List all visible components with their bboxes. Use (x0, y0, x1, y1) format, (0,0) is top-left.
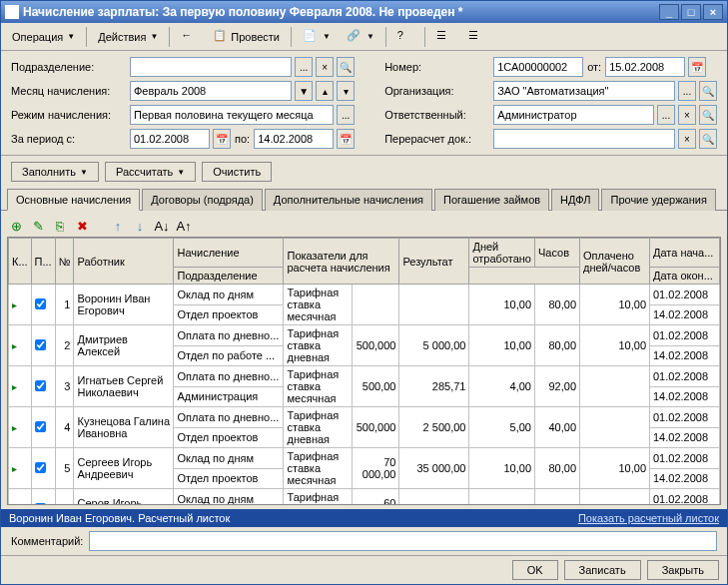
date-input[interactable]: 15.02.2008 (605, 57, 685, 77)
org-input[interactable]: ЗАО "Автоматизация" (493, 81, 675, 101)
arrow-left-icon: ← (181, 29, 197, 45)
dept-input[interactable] (130, 57, 292, 77)
period-to-input[interactable]: 14.02.2008 (254, 129, 334, 149)
info-text: Воронин Иван Егорович. Расчетный листок (9, 512, 230, 524)
number-label: Номер: (384, 61, 489, 73)
resp-input[interactable]: Администратор (493, 105, 654, 125)
row-checkbox[interactable] (35, 462, 46, 473)
dept-search[interactable]: 🔍 (337, 57, 355, 77)
month-up[interactable]: ▴ (316, 81, 334, 101)
move-down-icon[interactable]: ↓ (131, 217, 149, 235)
row-checkbox[interactable] (35, 503, 46, 506)
row-checkbox[interactable] (35, 339, 46, 350)
col-k[interactable]: К... (9, 239, 32, 285)
move-up-icon[interactable]: ↑ (109, 217, 127, 235)
dept-ellipsis[interactable]: ... (295, 57, 313, 77)
doc-icon: 📄 (303, 29, 319, 45)
tab-3[interactable]: Погашение займов (434, 189, 549, 211)
row-checkbox[interactable] (35, 298, 46, 309)
mode-ellipsis[interactable]: ... (337, 105, 355, 125)
post-button[interactable]: 📋Провести (206, 26, 287, 48)
dept-clear[interactable]: × (316, 57, 334, 77)
clear-button[interactable]: Очистить (202, 162, 272, 182)
write-button[interactable]: Записать (564, 560, 641, 580)
org-label: Организация: (384, 85, 489, 97)
period-label: За период с: (11, 133, 126, 145)
row-checkbox[interactable] (35, 380, 46, 391)
col-hours[interactable]: Часов (535, 239, 580, 268)
table-row[interactable]: ▸ 3 Игнатьев Сергей Николаевич Оплата по… (9, 366, 720, 387)
delete-row-icon[interactable]: ✖ (73, 217, 91, 235)
month-input[interactable]: Февраль 2008 (130, 81, 292, 101)
actions-menu[interactable]: Действия▼ (91, 28, 165, 46)
col-p[interactable]: П... (31, 239, 55, 285)
table-row[interactable]: ▸ 5 Сергеев Игорь Андреевич Оклад по дня… (9, 448, 720, 469)
comment-input[interactable] (89, 531, 717, 551)
col-indicators[interactable]: Показатели для расчета начисления (284, 239, 399, 285)
month-dropdown[interactable]: ▼ (295, 81, 313, 101)
col-worker[interactable]: Работник (74, 239, 174, 285)
list2-button[interactable]: ☰ (461, 26, 491, 48)
fill-button[interactable]: Заполнить▼ (11, 162, 99, 182)
mode-input[interactable]: Первая половина текущего месяца (130, 105, 334, 125)
help-button[interactable]: ? (390, 26, 420, 48)
period-to-label: по: (235, 133, 250, 145)
row-checkbox[interactable] (35, 421, 46, 432)
copy-row-icon[interactable]: ⎘ (51, 217, 69, 235)
table-row[interactable]: ▸ 1 Воронин Иван Егорович Оклад по дням … (9, 285, 720, 305)
col-dept[interactable]: Подразделение (174, 268, 284, 285)
close-button[interactable]: × (703, 4, 723, 20)
col-paid[interactable]: Оплачено дней/часов (580, 239, 650, 285)
doc-button[interactable]: 📄▼ (296, 26, 338, 48)
tab-0[interactable]: Основные начисления (7, 189, 140, 211)
ok-button[interactable]: OK (512, 560, 558, 580)
period-from-input[interactable]: 01.02.2008 (130, 129, 210, 149)
list1-button[interactable]: ☰ (429, 26, 459, 48)
list-icon: ☰ (436, 29, 452, 45)
recalc-input[interactable] (493, 129, 675, 149)
col-date-start[interactable]: Дата нача... (650, 239, 720, 268)
maximize-button[interactable]: □ (681, 4, 701, 20)
month-down[interactable]: ▾ (337, 81, 355, 101)
date-cal[interactable]: 📅 (688, 57, 706, 77)
sort-asc-icon[interactable]: A↓ (153, 217, 171, 235)
col-result[interactable]: Результат (399, 239, 469, 285)
add-row-icon[interactable]: ⊕ (7, 217, 25, 235)
close-dialog-button[interactable]: Закрыть (647, 560, 719, 580)
recalc-search[interactable]: 🔍 (699, 129, 717, 149)
tab-5[interactable]: Прочие удержания (601, 189, 715, 211)
tab-2[interactable]: Дополнительные начисления (265, 189, 432, 211)
col-n[interactable]: № (55, 239, 74, 285)
tab-4[interactable]: НДФЛ (551, 189, 599, 211)
org-ellipsis[interactable]: ... (678, 81, 696, 101)
resp-clear[interactable]: × (678, 105, 696, 125)
row-marker-icon: ▸ (12, 422, 17, 433)
tabs: Основные начисленияДоговоры (подряда)Доп… (1, 188, 727, 211)
minimize-button[interactable]: _ (659, 4, 679, 20)
recalc-clear[interactable]: × (678, 129, 696, 149)
org-search[interactable]: 🔍 (699, 81, 717, 101)
table-row[interactable]: ▸ 4 Кузнецова Галина Ивановна Оплата по … (9, 407, 720, 428)
go-button[interactable]: 🔗▼ (340, 26, 381, 48)
accruals-grid[interactable]: К... П... № Работник Начисление Показате… (8, 238, 720, 505)
sort-desc-icon[interactable]: A↑ (175, 217, 193, 235)
table-row[interactable]: ▸ 2 Дмитриев Алексей Оплата по дневно...… (9, 325, 720, 346)
col-days[interactable]: Дней отработано (469, 239, 535, 268)
tab-1[interactable]: Договоры (подряда) (142, 189, 263, 211)
operation-menu[interactable]: Операция▼ (5, 28, 82, 46)
number-input[interactable]: 1СА00000002 (493, 57, 583, 77)
period-from-cal[interactable]: 📅 (213, 129, 231, 149)
table-row[interactable]: ▸ 6 Серов Игорь Валентинович Оклад по дн… (9, 489, 720, 506)
show-payslip-link[interactable]: Показать расчетный листок (578, 512, 719, 524)
col-accrual[interactable]: Начисление (174, 239, 284, 268)
titlebar: Начисление зарплаты: За первую половину … (1, 1, 727, 23)
month-label: Месяц начисления: (11, 85, 126, 97)
resp-ellipsis[interactable]: ... (657, 105, 675, 125)
col-date-end[interactable]: Дата окон... (650, 268, 720, 285)
edit-row-icon[interactable]: ✎ (29, 217, 47, 235)
resp-search[interactable]: 🔍 (699, 105, 717, 125)
calc-button[interactable]: Рассчитать▼ (105, 162, 196, 182)
period-to-cal[interactable]: 📅 (337, 129, 355, 149)
row-marker-icon: ▸ (12, 340, 17, 351)
back-button[interactable]: ← (174, 26, 204, 48)
